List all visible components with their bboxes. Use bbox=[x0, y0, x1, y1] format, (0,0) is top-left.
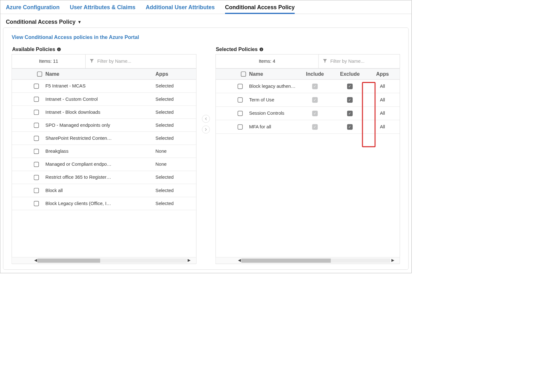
policy-apps: All bbox=[380, 111, 385, 116]
row-checkbox[interactable] bbox=[237, 84, 242, 89]
table-row[interactable]: Intranet - Block downloadsSelected bbox=[12, 106, 196, 119]
tab-conditional-access-policy[interactable]: Conditional Access Policy bbox=[225, 3, 295, 14]
info-icon[interactable]: i bbox=[57, 47, 61, 52]
selected-policies-column: Selected Policies i Items: 4 bbox=[216, 45, 400, 264]
policy-name: Managed or Compliant endpo… bbox=[45, 162, 155, 167]
row-checkbox[interactable] bbox=[34, 149, 39, 154]
policy-apps: None bbox=[156, 149, 193, 154]
policy-apps: Selected bbox=[156, 188, 193, 193]
available-select-all-checkbox[interactable] bbox=[37, 72, 42, 77]
row-checkbox[interactable] bbox=[34, 136, 39, 141]
row-checkbox[interactable] bbox=[34, 188, 39, 193]
policy-apps: Selected bbox=[156, 123, 193, 128]
row-checkbox[interactable] bbox=[34, 175, 39, 180]
policy-panel: View Conditional Access policies in the … bbox=[3, 28, 409, 270]
policy-name: Session Controls bbox=[249, 111, 299, 116]
selected-header-include: Include bbox=[299, 71, 331, 77]
available-policies-title: Available Policies bbox=[12, 46, 55, 52]
policy-name: SharePoint Restricted Conten… bbox=[45, 136, 155, 141]
scroll-right-icon[interactable]: ▶ bbox=[186, 258, 192, 262]
selected-header-name: Name bbox=[249, 71, 299, 77]
policy-name: Intranet - Block downloads bbox=[45, 109, 155, 115]
selected-items-count: Items: 4 bbox=[216, 55, 319, 68]
caret-down-icon: ▼ bbox=[77, 19, 81, 24]
include-checkbox: ✓ bbox=[312, 111, 318, 116]
exclude-checkbox[interactable]: ✓ bbox=[347, 84, 353, 89]
policy-apps: All bbox=[380, 84, 385, 89]
table-row[interactable]: SharePoint Restricted Conten…Selected bbox=[12, 132, 196, 145]
tab-bar: Azure Configuration User Attributes & Cl… bbox=[0, 0, 411, 14]
table-row[interactable]: Managed or Compliant endpo…None bbox=[12, 158, 196, 171]
row-checkbox[interactable] bbox=[237, 111, 242, 116]
view-azure-portal-link[interactable]: View Conditional Access policies in the … bbox=[12, 33, 400, 45]
available-filter-input[interactable] bbox=[97, 58, 192, 64]
available-items-count: Items: 11 bbox=[12, 55, 85, 68]
selected-select-all-checkbox[interactable] bbox=[241, 72, 246, 77]
policy-name: Block legacy authenticat… bbox=[249, 84, 299, 89]
row-checkbox[interactable] bbox=[34, 110, 39, 115]
include-checkbox: ✓ bbox=[312, 124, 318, 130]
available-header-apps: Apps bbox=[156, 71, 193, 77]
filter-icon bbox=[322, 58, 327, 65]
section-header[interactable]: Conditional Access Policy ▼ bbox=[0, 14, 411, 27]
selected-policies-title: Selected Policies bbox=[216, 46, 258, 52]
table-row[interactable]: SPO - Managed endpoints onlySelected bbox=[12, 119, 196, 132]
include-checkbox: ✓ bbox=[312, 97, 318, 103]
table-row[interactable]: Restrict office 365 to Register…Selected bbox=[12, 171, 196, 184]
policy-name: MFA for all bbox=[249, 124, 299, 130]
tab-user-attributes-claims[interactable]: User Attributes & Claims bbox=[70, 3, 135, 14]
policy-name: Block Legacy clients (Office, I… bbox=[45, 201, 155, 206]
exclude-checkbox[interactable]: ✓ bbox=[347, 97, 353, 103]
policy-name: Breakglass bbox=[45, 149, 155, 154]
move-left-button[interactable] bbox=[202, 115, 210, 123]
table-row[interactable]: Intranet - Custom ControlSelected bbox=[12, 93, 196, 106]
scroll-right-icon[interactable]: ▶ bbox=[390, 258, 396, 262]
table-row[interactable]: F5 Intranet - MCASSelected bbox=[12, 80, 196, 93]
policy-name: Intranet - Custom Control bbox=[45, 96, 155, 102]
transfer-controls bbox=[200, 45, 212, 133]
tab-azure-configuration[interactable]: Azure Configuration bbox=[6, 3, 60, 14]
row-checkbox[interactable] bbox=[237, 124, 242, 129]
policy-name: Block all bbox=[45, 188, 155, 193]
exclude-checkbox[interactable]: ✓ bbox=[347, 111, 353, 116]
policy-apps: All bbox=[380, 124, 385, 130]
available-horizontal-scrollbar[interactable]: ◀ ▶ bbox=[12, 257, 196, 264]
table-row[interactable]: Term of Use✓✓All bbox=[216, 93, 400, 107]
policy-name: F5 Intranet - MCAS bbox=[45, 83, 155, 89]
selected-table-header: Name Include Exclude Apps bbox=[216, 68, 400, 80]
row-checkbox[interactable] bbox=[34, 97, 39, 102]
policy-apps: Selected bbox=[156, 136, 193, 141]
available-header-name: Name bbox=[45, 71, 155, 77]
row-checkbox[interactable] bbox=[237, 97, 242, 102]
policy-name: Restrict office 365 to Register… bbox=[45, 175, 155, 180]
policy-apps: Selected bbox=[156, 201, 193, 206]
selected-table-body[interactable]: Block legacy authenticat…✓✓AllTerm of Us… bbox=[216, 80, 400, 168]
policy-name: SPO - Managed endpoints only bbox=[45, 123, 155, 128]
policy-apps: All bbox=[380, 97, 385, 102]
filter-icon bbox=[89, 58, 94, 65]
page-root: Azure Configuration User Attributes & Cl… bbox=[0, 0, 412, 273]
selected-filter-input[interactable] bbox=[330, 58, 396, 64]
policy-name: Term of Use bbox=[249, 97, 299, 102]
table-row[interactable]: MFA for all✓✓All bbox=[216, 120, 400, 134]
row-checkbox[interactable] bbox=[34, 201, 39, 206]
row-checkbox[interactable] bbox=[34, 162, 39, 167]
table-row[interactable]: Block legacy authenticat…✓✓All bbox=[216, 80, 400, 93]
exclude-checkbox[interactable]: ✓ bbox=[347, 124, 353, 130]
available-table-header: Name Apps bbox=[12, 68, 196, 80]
info-icon[interactable]: i bbox=[259, 47, 264, 52]
tab-additional-user-attributes[interactable]: Additional User Attributes bbox=[146, 3, 215, 14]
move-right-button[interactable] bbox=[202, 125, 210, 133]
table-row[interactable]: BreakglassNone bbox=[12, 145, 196, 158]
available-table-body[interactable]: F5 Intranet - MCASSelectedIntranet - Cus… bbox=[12, 80, 196, 257]
available-table: Items: 11 Name Apps bbox=[12, 54, 196, 264]
section-header-label: Conditional Access Policy bbox=[6, 19, 75, 25]
table-row[interactable]: Block Legacy clients (Office, I…Selected bbox=[12, 197, 196, 210]
selected-header-apps: Apps bbox=[369, 71, 396, 77]
table-row[interactable]: Block allSelected bbox=[12, 184, 196, 197]
selected-horizontal-scrollbar[interactable]: ◀ ▶ bbox=[216, 257, 400, 264]
policy-apps: None bbox=[156, 162, 193, 167]
table-row[interactable]: Session Controls✓✓All bbox=[216, 107, 400, 120]
row-checkbox[interactable] bbox=[34, 123, 39, 128]
row-checkbox[interactable] bbox=[34, 83, 39, 88]
